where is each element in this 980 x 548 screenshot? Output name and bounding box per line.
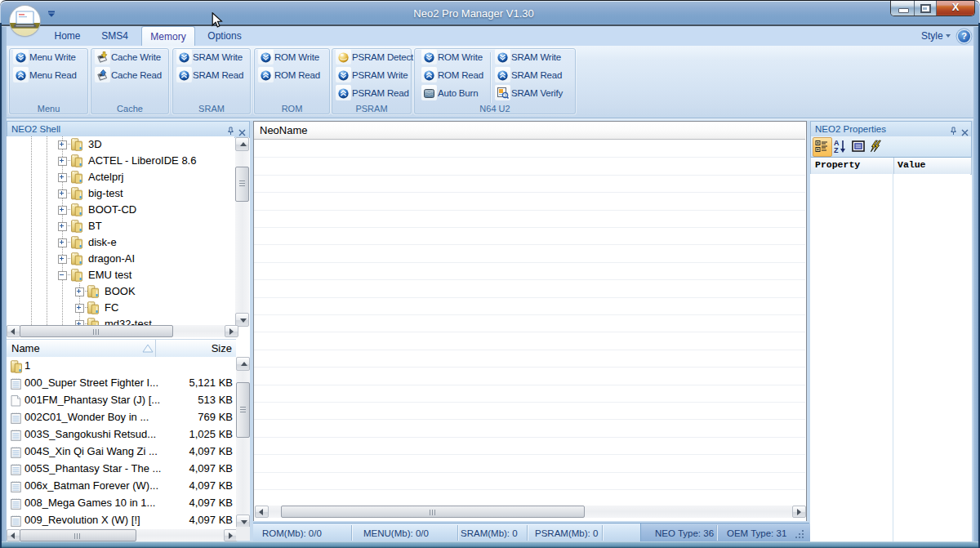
svg-text:Z: Z (834, 146, 839, 154)
